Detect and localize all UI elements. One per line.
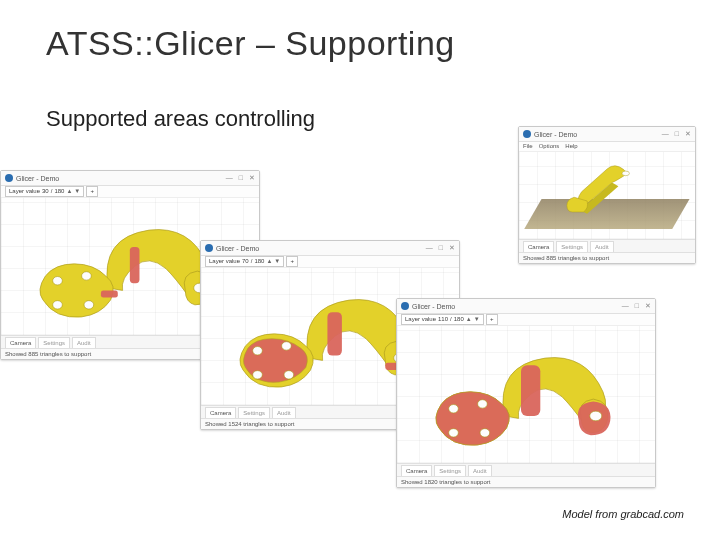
svg-point-15: [282, 342, 292, 350]
maximize-icon[interactable]: □: [635, 302, 639, 310]
status-bar: Showed 885 triangles to support: [519, 252, 695, 263]
layer-toolbar: Layer value 70 / 180 ▲ ▼ +: [201, 255, 459, 268]
minimize-icon[interactable]: —: [662, 130, 669, 138]
model-viewport-svg: [402, 334, 650, 455]
menubar: File Options Help: [519, 141, 695, 152]
layer-label: Layer value: [405, 316, 436, 322]
slide: ATSS::Glicer – Supporting Supported area…: [0, 0, 720, 540]
layer-value: 70: [242, 258, 249, 264]
svg-rect-20: [521, 366, 540, 417]
svg-point-16: [253, 371, 263, 379]
app-icon: [401, 302, 409, 310]
stepper-up-icon[interactable]: ▲: [266, 258, 272, 264]
viewport[interactable]: [397, 326, 655, 463]
close-icon[interactable]: ✕: [645, 302, 651, 310]
stepper-up-icon[interactable]: ▲: [66, 188, 72, 194]
layer-sep: /: [450, 316, 452, 322]
svg-point-14: [253, 347, 263, 355]
tab-camera[interactable]: Camera: [401, 465, 432, 476]
minimize-icon[interactable]: —: [622, 302, 629, 310]
menu-options[interactable]: Options: [539, 143, 560, 149]
app-window-d: Glicer - Demo — □ ✕ File Options Help: [518, 126, 696, 264]
window-title: Glicer - Demo: [412, 303, 455, 310]
window-title: Glicer - Demo: [534, 131, 577, 138]
app-icon: [5, 174, 13, 182]
menu-help[interactable]: Help: [565, 143, 577, 149]
add-button[interactable]: +: [286, 256, 298, 267]
tab-audit[interactable]: Audit: [272, 407, 296, 418]
tab-camera[interactable]: Camera: [5, 337, 36, 348]
tab-audit[interactable]: Audit: [590, 241, 614, 252]
stepper-down-icon[interactable]: ▼: [74, 188, 80, 194]
layer-max: 180: [54, 188, 64, 194]
layer-toolbar: Layer value 30 / 180 ▲ ▼ +: [1, 185, 259, 198]
titlebar: Glicer - Demo — □ ✕: [519, 127, 695, 142]
svg-rect-7: [101, 291, 118, 298]
add-button[interactable]: +: [486, 314, 498, 325]
window-title: Glicer - Demo: [216, 245, 259, 252]
app-icon: [523, 130, 531, 138]
add-button[interactable]: +: [86, 186, 98, 197]
svg-point-25: [590, 411, 602, 421]
tab-audit[interactable]: Audit: [468, 465, 492, 476]
layer-sep: /: [51, 188, 53, 194]
app-icon: [205, 244, 213, 252]
titlebar: Glicer - Demo — □ ✕: [1, 171, 259, 186]
svg-point-21: [449, 405, 459, 413]
menu-file[interactable]: File: [523, 143, 533, 149]
layer-value: 30: [42, 188, 49, 194]
model-viewport-svg: [544, 155, 671, 219]
svg-point-22: [478, 400, 488, 408]
window-title: Glicer - Demo: [16, 175, 59, 182]
svg-rect-6: [130, 247, 140, 283]
svg-point-23: [449, 429, 459, 437]
page-subtitle: Supported areas controlling: [46, 106, 315, 132]
layer-label: Layer value: [209, 258, 240, 264]
svg-point-4: [53, 301, 63, 309]
svg-point-5: [84, 301, 94, 309]
model-credit: Model from grabcad.com: [562, 508, 684, 520]
tab-audit[interactable]: Audit: [72, 337, 96, 348]
svg-point-0: [622, 172, 629, 177]
status-bar: Showed 1820 triangles to support: [397, 476, 655, 487]
svg-rect-13: [328, 312, 342, 355]
page-title: ATSS::Glicer – Supporting: [46, 24, 455, 63]
tab-settings[interactable]: Settings: [38, 337, 70, 348]
maximize-icon[interactable]: □: [439, 244, 443, 252]
layer-toolbar: Layer value 110 / 180 ▲ ▼ +: [397, 313, 655, 326]
layer-max: 180: [254, 258, 264, 264]
titlebar: Glicer - Demo — □ ✕: [397, 299, 655, 314]
tab-camera[interactable]: Camera: [523, 241, 554, 252]
layer-max: 180: [454, 316, 464, 322]
app-window-c: Glicer - Demo — □ ✕ Layer value 110 / 18…: [396, 298, 656, 488]
svg-point-24: [480, 429, 490, 437]
tab-bar: Camera Settings Audit: [519, 239, 695, 252]
layer-sep: /: [251, 258, 253, 264]
tab-settings[interactable]: Settings: [556, 241, 588, 252]
maximize-icon[interactable]: □: [675, 130, 679, 138]
svg-point-2: [53, 277, 63, 285]
titlebar: Glicer - Demo — □ ✕: [201, 241, 459, 256]
minimize-icon[interactable]: —: [426, 244, 433, 252]
close-icon[interactable]: ✕: [449, 244, 455, 252]
stepper-down-icon[interactable]: ▼: [274, 258, 280, 264]
stepper-down-icon[interactable]: ▼: [474, 316, 480, 322]
stepper-up-icon[interactable]: ▲: [466, 316, 472, 322]
layer-label: Layer value: [9, 188, 40, 194]
svg-point-17: [284, 371, 294, 379]
close-icon[interactable]: ✕: [249, 174, 255, 182]
tab-settings[interactable]: Settings: [434, 465, 466, 476]
tab-settings[interactable]: Settings: [238, 407, 270, 418]
tab-bar: Camera Settings Audit: [397, 463, 655, 476]
svg-point-3: [82, 272, 92, 280]
tab-camera[interactable]: Camera: [205, 407, 236, 418]
layer-value: 110: [438, 316, 448, 322]
viewport[interactable]: [519, 152, 695, 239]
layer-value-field[interactable]: Layer value 30 / 180 ▲ ▼: [5, 186, 84, 197]
maximize-icon[interactable]: □: [239, 174, 243, 182]
layer-value-field[interactable]: Layer value 70 / 180 ▲ ▼: [205, 256, 284, 267]
close-icon[interactable]: ✕: [685, 130, 691, 138]
layer-value-field[interactable]: Layer value 110 / 180 ▲ ▼: [401, 314, 484, 325]
minimize-icon[interactable]: —: [226, 174, 233, 182]
